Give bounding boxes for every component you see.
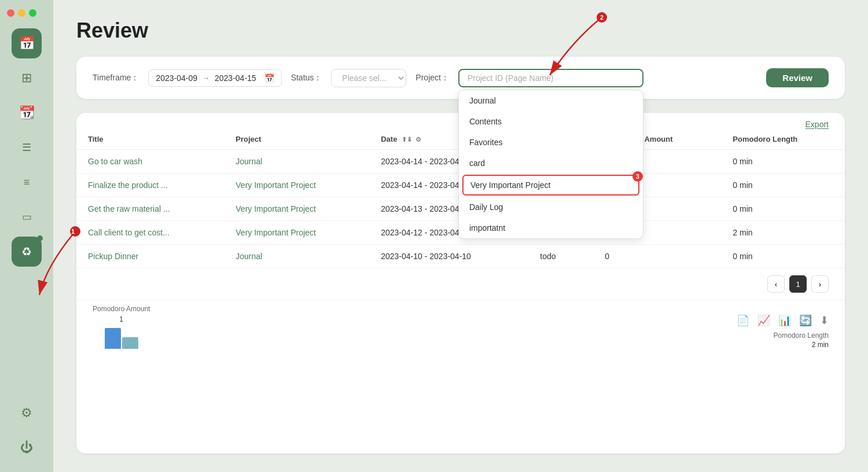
row5-project: Journal xyxy=(224,245,369,268)
row4-project: Very Important Project xyxy=(224,221,369,245)
chart-bar-2 xyxy=(122,337,138,349)
filter-row: Timeframe： 2023-04-09 → 2023-04-15 📅 Sta… xyxy=(93,68,829,87)
date-range[interactable]: 2023-04-09 → 2023-04-15 📅 xyxy=(148,69,281,87)
sidebar-item-card[interactable]: ▭ xyxy=(12,202,42,232)
sidebar-bottom: ⚙ ⏻ xyxy=(12,398,42,463)
row2-project: Very Important Project xyxy=(224,174,369,197)
calendar2-icon: 📆 xyxy=(19,105,35,120)
dropdown-item-card[interactable]: card xyxy=(459,153,643,174)
review-badge xyxy=(37,235,43,241)
row1-title[interactable]: Go to car wash xyxy=(76,150,224,174)
next-page-button[interactable]: › xyxy=(811,275,829,293)
calendar-icon: 📅 xyxy=(19,36,35,51)
calendar-picker-icon: 📅 xyxy=(264,73,274,83)
row3-title[interactable]: Get the raw material ... xyxy=(76,197,224,221)
sidebar-item-settings[interactable]: ⚙ xyxy=(12,398,42,428)
page-1-button[interactable]: 1 xyxy=(789,275,807,293)
row3-project: Very Important Project xyxy=(224,197,369,221)
review-icon: ♻ xyxy=(21,245,32,259)
pomodoro-amount-label: Pomodoro Amount xyxy=(93,305,150,313)
col-pomodoro-length: Pomodoro Length xyxy=(721,129,845,150)
project-dropdown: Journal Contents Favorites card Very Imp… xyxy=(458,90,643,239)
minimize-button[interactable] xyxy=(18,9,25,17)
status-select[interactable]: Please sel... xyxy=(331,69,406,87)
chart-line-icon[interactable]: 📈 xyxy=(757,314,770,327)
power-icon: ⏻ xyxy=(20,440,33,455)
window-controls xyxy=(0,9,36,17)
row3-pomodoro-length: 0 min xyxy=(721,197,845,221)
doc-icon[interactable]: 📄 xyxy=(737,314,749,327)
row5-date: 2023-04-10 - 2023-04-10 xyxy=(369,245,528,268)
row1-project: Journal xyxy=(224,150,369,174)
dropdown-item-importatnt[interactable]: importatnt xyxy=(459,217,643,238)
pomodoro-length-label: Pomodoro Length xyxy=(774,331,829,340)
arrow-icon: → xyxy=(202,73,210,83)
timeframe-label: Timeframe： xyxy=(93,73,139,83)
prev-page-button[interactable]: ‹ xyxy=(767,275,785,293)
pomodoro-amount-value: 1 xyxy=(119,315,123,323)
row1-pomodoro-length: 0 min xyxy=(721,150,845,174)
row5-pomodoro-length: 0 min xyxy=(721,245,845,268)
download-icon[interactable]: ⬇ xyxy=(820,314,829,327)
list-icon: ☰ xyxy=(22,141,31,154)
dropdown-item-journal[interactable]: Journal xyxy=(459,90,643,111)
project-input[interactable] xyxy=(458,69,643,87)
refresh-icon[interactable]: 🔄 xyxy=(799,314,812,327)
settings-icon: ⚙ xyxy=(21,405,32,421)
dropdown-item-favorites[interactable]: Favorites xyxy=(459,132,643,153)
pomodoro-length-value: 2 min xyxy=(812,341,829,349)
vip-badge: 3 xyxy=(632,171,643,182)
export-button[interactable]: Export xyxy=(806,120,829,129)
pomodoro-stats: Pomodoro Length 2 min xyxy=(774,331,829,349)
chart-area: Pomodoro Amount 1 xyxy=(93,305,150,349)
col-project: Project xyxy=(224,129,369,150)
main-content: Review Timeframe： 2023-04-09 → 2023-04-1… xyxy=(53,0,868,472)
row4-title[interactable]: Call client to get cost... xyxy=(76,221,224,245)
list2-icon: ≡ xyxy=(24,176,30,189)
sidebar-item-calendar[interactable]: 📅 xyxy=(12,28,42,58)
bottom-icons: 📄 📈 📊 🔄 ⬇ xyxy=(737,314,829,327)
pagination: ‹ 1 › xyxy=(76,268,845,300)
row5-pomodoro-amount: 0 xyxy=(593,245,721,268)
row5-status: todo xyxy=(528,245,593,268)
project-label: Project： xyxy=(415,73,449,83)
date-from: 2023-04-09 xyxy=(156,73,197,83)
col-title: Title xyxy=(76,129,224,150)
sidebar-item-review[interactable]: ♻ xyxy=(12,237,42,267)
sidebar-item-calendar2[interactable]: 📆 xyxy=(12,98,42,128)
grid-icon: ⊞ xyxy=(21,71,32,86)
bar-chart-icon[interactable]: 📊 xyxy=(778,314,791,327)
status-label: Status： xyxy=(291,73,322,83)
sidebar-item-grid[interactable]: ⊞ xyxy=(12,63,42,93)
dropdown-item-dailylog[interactable]: Daily Log xyxy=(459,197,643,217)
dropdown-item-contents[interactable]: Contents xyxy=(459,111,643,132)
page-title: Review xyxy=(76,19,845,43)
project-input-wrapper: Journal Contents Favorites card Very Imp… xyxy=(458,69,643,87)
close-button[interactable] xyxy=(7,9,14,17)
row5-title[interactable]: Pickup Dinner xyxy=(76,245,224,268)
row4-pomodoro-length: 2 min xyxy=(721,221,845,245)
dropdown-item-vip[interactable]: Very Important Project 3 xyxy=(462,175,639,196)
sidebar-item-list2[interactable]: ≡ xyxy=(12,167,42,197)
review-button[interactable]: Review xyxy=(766,68,829,87)
bottom-bar: Pomodoro Amount 1 📄 📈 📊 🔄 ⬇ Pomodoro Len… xyxy=(76,300,845,358)
row2-pomodoro-length: 0 min xyxy=(721,174,845,197)
chart-bar-1 xyxy=(105,328,121,349)
row2-title[interactable]: Finalize the product ... xyxy=(76,174,224,197)
sidebar-item-list[interactable]: ☰ xyxy=(12,132,42,163)
card-icon: ▭ xyxy=(22,211,32,223)
maximize-button[interactable] xyxy=(29,9,36,17)
date-to: 2023-04-15 xyxy=(215,73,256,83)
filter-bar: Timeframe： 2023-04-09 → 2023-04-15 📅 Sta… xyxy=(76,57,845,99)
sidebar-item-power[interactable]: ⏻ xyxy=(12,433,42,463)
mini-chart xyxy=(105,326,138,349)
sidebar: 📅 ⊞ 📆 ☰ ≡ ▭ ♻ ⚙ ⏻ xyxy=(0,0,53,472)
table-row: Pickup Dinner Journal 2023-04-10 - 2023-… xyxy=(76,245,845,268)
